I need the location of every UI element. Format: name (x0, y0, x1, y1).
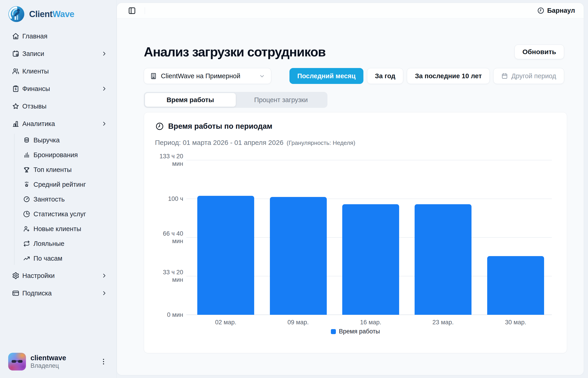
sidebar-item-label: Новые клиенты (33, 225, 81, 233)
topbar: Барнаул (117, 3, 584, 18)
bar-16 мар.[interactable] (342, 204, 399, 315)
chevron-right-icon (101, 290, 107, 296)
chart-card: Время работы по периодам Период: 01 март… (144, 112, 567, 353)
sidebar-item-finance-clipboard[interactable]: $ Финансы (0, 81, 116, 96)
sidebar: ClientWave Главная Записи Клиенты $ Фина… (0, 0, 117, 378)
period-button-0[interactable]: Последний месяц (289, 68, 363, 84)
sidebar-item-gauge[interactable]: Занятость (14, 193, 116, 206)
x-axis-tick-label: 16 мар. (334, 319, 407, 326)
custom-period-button[interactable]: Другой период (493, 68, 564, 84)
branch-select[interactable]: ClientWave на Примерной (144, 68, 271, 84)
bar-chart-icon (12, 120, 19, 127)
y-axis-tick-label: 133 ч 20 мин (133, 153, 183, 168)
x-axis-tick-label: 30 мар. (479, 319, 552, 326)
main-panel: Барнаул Анализ загрузки сотрудников Обно… (117, 3, 584, 375)
sidebar-item-label: Клиенты (22, 68, 49, 75)
sidebar-item-label: Настройки (22, 272, 55, 280)
chevron-right-icon (101, 273, 107, 279)
sidebar-item-trophy[interactable]: Топ клиенты (14, 163, 116, 176)
sidebar-item-label: Аналитика (22, 120, 55, 128)
sidebar-item-bar-chart[interactable]: Аналитика (0, 116, 116, 131)
custom-period-label: Другой период (511, 72, 556, 80)
panel-left-toggle-icon[interactable] (127, 6, 137, 16)
user-role: Владелец (30, 362, 66, 369)
branch-select-value: ClientWave на Примерной (161, 72, 240, 80)
chart-title: Время работы по периодам (168, 122, 272, 131)
svg-text:$: $ (15, 87, 17, 91)
gridline (186, 160, 552, 160)
sidebar-item-coins[interactable]: Выручка (14, 134, 116, 147)
chart-period-text: Период: 01 марта 2026 - 01 апреля 2026 (155, 139, 284, 146)
user-card[interactable]: clientwave Владелец (5, 351, 112, 373)
clientwave-logo-icon (8, 5, 25, 23)
user-info: clientwave Владелец (30, 354, 66, 369)
x-axis-tick-label: 23 мар. (407, 319, 479, 326)
location-label: Барнаул (547, 7, 575, 14)
sidebar-item-label: Статистика услуг (33, 210, 86, 218)
bar-02 мар.[interactable] (197, 196, 254, 315)
calendar-clock-icon (12, 50, 19, 57)
sidebar-item-rating-star[interactable]: Средний рейтинг (14, 178, 116, 191)
period-buttons: Последний месяцЗа годЗа последние 10 лет (289, 68, 490, 84)
trending-up-icon (23, 255, 30, 262)
chart-card-header: Время работы по периодам (155, 122, 272, 131)
topbar-divider (145, 7, 145, 14)
sidebar-item-user-plus[interactable]: Новые клиенты (14, 222, 116, 235)
brand-name: ClientWave (29, 9, 74, 19)
period-button-1[interactable]: За год (367, 68, 403, 84)
ellipsis-vertical-icon[interactable] (99, 357, 108, 366)
location-button[interactable]: Барнаул (537, 7, 575, 14)
sidebar-item-star[interactable]: Отзывы (0, 99, 116, 114)
home-icon (12, 33, 19, 40)
rating-star-icon (23, 181, 30, 188)
sidebar-item-label: Лояльные (33, 240, 64, 247)
sidebar-item-bookings-columns[interactable]: Бронирования (14, 148, 116, 161)
bar-23 мар.[interactable] (415, 204, 471, 315)
gear-icon (12, 272, 19, 279)
x-axis-tick-label: 02 мар. (190, 319, 262, 326)
sidebar-item-trending-up[interactable]: По часам (14, 252, 116, 265)
trophy-icon (23, 166, 30, 173)
sidebar-item-gear[interactable]: Настройки (0, 268, 116, 283)
view-tabs: Время работыПроцент загрузки (144, 92, 328, 108)
bookings-columns-icon (23, 151, 30, 158)
chart-subtitle: Период: 01 марта 2026 - 01 апреля 2026(Г… (155, 139, 355, 147)
sidebar-item-credit-card[interactable]: Подписка (0, 286, 116, 301)
sidebar-item-label: Занятость (33, 196, 65, 203)
bar-09 мар.[interactable] (270, 197, 327, 315)
refresh-button[interactable]: Обновить (515, 45, 564, 59)
sidebar-item-users[interactable]: Клиенты (0, 64, 116, 79)
sidebar-item-label: Финансы (22, 85, 50, 93)
users-icon (12, 68, 19, 75)
chevron-right-icon (101, 51, 107, 57)
clock-icon (537, 7, 544, 14)
y-axis-tick-label: 33 ч 20 мин (133, 269, 183, 284)
filters-row: ClientWave на Примерной Последний месяцЗ… (144, 68, 564, 84)
sidebar-item-pie-chart[interactable]: Статистика услуг (14, 208, 116, 220)
chart-legend[interactable]: Время работы (144, 328, 567, 335)
sidebar-nav: Главная Записи Клиенты $ Финансы Отзывы … (0, 29, 116, 303)
sidebar-item-label: Подписка (22, 290, 52, 297)
page-content: Анализ загрузки сотрудников Обновить Cli… (117, 19, 584, 375)
sidebar-item-label: Главная (22, 33, 47, 40)
building-icon (150, 73, 157, 80)
x-axis-tick-label: 09 мар. (262, 319, 334, 326)
bar-chart-plot: 0 мин33 ч 20 мин66 ч 40 мин100 ч133 ч 20… (190, 160, 552, 315)
sidebar-item-label: Записи (22, 50, 44, 57)
sidebar-item-calendar-clock[interactable]: Записи (0, 46, 116, 61)
y-axis-tick-label: 0 мин (133, 311, 183, 319)
tab-0[interactable]: Время работы (145, 93, 236, 107)
pie-chart-icon (23, 211, 30, 217)
chart-granularity-note: (Гранулярность: Неделя) (287, 139, 356, 146)
chevron-right-icon (101, 86, 107, 92)
brand-logo[interactable]: ClientWave (8, 5, 74, 23)
y-axis-tick-label: 66 ч 40 мин (133, 230, 183, 245)
calendar-icon (501, 73, 508, 79)
sidebar-item-home[interactable]: Главная (0, 29, 116, 44)
period-button-2[interactable]: За последние 10 лет (407, 68, 490, 84)
bar-30 мар.[interactable] (487, 256, 544, 315)
tab-1[interactable]: Процент загрузки (236, 93, 327, 107)
chevron-down-icon (259, 73, 265, 79)
title-row: Анализ загрузки сотрудников Обновить (144, 44, 564, 60)
sidebar-item-repeat[interactable]: Лояльные (14, 237, 116, 250)
